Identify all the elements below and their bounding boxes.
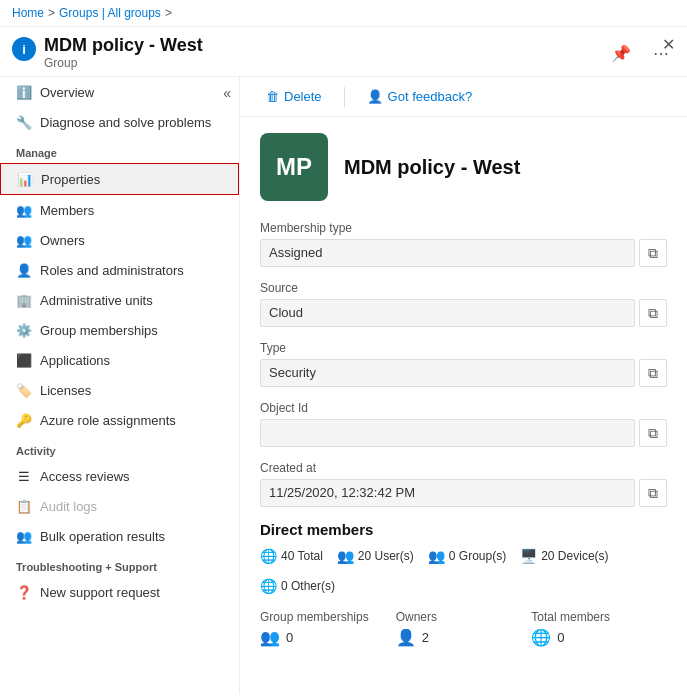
breadcrumb: Home > Groups | All groups > — [0, 0, 687, 27]
sidebar-item-support[interactable]: ❓ New support request — [0, 577, 239, 607]
stat-devices: 🖥️ 20 Device(s) — [520, 548, 608, 564]
content-body: MP MDM policy - West Membership type Ass… — [240, 117, 687, 663]
object-id-copy-button[interactable]: ⧉ — [639, 419, 667, 447]
stat-groups-label: 0 Group(s) — [449, 549, 506, 563]
object-id-field: Object Id ⧉ — [260, 401, 667, 447]
sidebar-item-admin-units[interactable]: 🏢 Administrative units — [0, 285, 239, 315]
access-reviews-icon: ☰ — [16, 468, 32, 484]
content-toolbar: 🗑 Delete 👤 Got feedback? — [240, 77, 687, 117]
sidebar-item-applications[interactable]: ⬛ Applications — [0, 345, 239, 375]
sidebar-collapse-button[interactable]: « — [223, 85, 231, 101]
sidebar-item-licenses[interactable]: 🏷️ Licenses — [0, 375, 239, 405]
source-value: Cloud — [260, 299, 635, 327]
object-id-value — [260, 419, 635, 447]
stat-others-label: 0 Other(s) — [281, 579, 335, 593]
users-icon: 👥 — [337, 548, 354, 564]
sidebar-item-owners[interactable]: 👥 Owners — [0, 225, 239, 255]
feedback-label: Got feedback? — [388, 89, 473, 104]
sidebar-item-access-reviews[interactable]: ☰ Access reviews — [0, 461, 239, 491]
breadcrumb-home[interactable]: Home — [12, 6, 44, 20]
sidebar-item-bulk-results[interactable]: 👥 Bulk operation results — [0, 521, 239, 551]
object-id-row: ⧉ — [260, 419, 667, 447]
direct-members-section: Direct members 🌐 40 Total 👥 20 User(s) 👥… — [260, 521, 667, 647]
source-label: Source — [260, 281, 667, 295]
membership-type-label: Membership type — [260, 221, 667, 235]
owners-stat-value: 👤 2 — [396, 628, 532, 647]
manage-section-label: Manage — [0, 137, 239, 163]
stat-others: 🌐 0 Other(s) — [260, 578, 335, 594]
sidebar-item-group-memberships[interactable]: ⚙️ Group memberships — [0, 315, 239, 345]
group-memberships-stat-icon: 👥 — [260, 628, 280, 647]
delete-icon: 🗑 — [266, 89, 279, 104]
sidebar-item-diagnose[interactable]: 🔧 Diagnose and solve problems — [0, 107, 239, 137]
owners-icon: 👥 — [16, 232, 32, 248]
page-title: MDM policy - West — [44, 35, 597, 56]
stat-users: 👥 20 User(s) — [337, 548, 414, 564]
direct-members-title: Direct members — [260, 521, 667, 538]
feedback-icon: 👤 — [367, 89, 383, 104]
others-icon: 🌐 — [260, 578, 277, 594]
owners-count: 2 — [422, 630, 429, 645]
content-area: 🗑 Delete 👤 Got feedback? MP MDM policy -… — [240, 77, 687, 694]
avatar-initials: MP — [276, 153, 312, 181]
sidebar-item-applications-label: Applications — [40, 353, 110, 368]
object-id-label: Object Id — [260, 401, 667, 415]
breadcrumb-sep1: > — [48, 6, 55, 20]
sidebar-item-overview[interactable]: ℹ️ Overview — [0, 77, 239, 107]
sidebar-item-properties-label: Properties — [41, 172, 100, 187]
main-layout: « ℹ️ Overview 🔧 Diagnose and solve probl… — [0, 77, 687, 694]
type-value: Security — [260, 359, 635, 387]
page-subtitle: Group — [44, 56, 597, 70]
membership-type-value: Assigned — [260, 239, 635, 267]
close-button[interactable]: ✕ — [662, 35, 675, 54]
total-icon: 🌐 — [260, 548, 277, 564]
header-title-group: MDM policy - West Group — [44, 35, 597, 70]
troubleshooting-section-label: Troubleshooting + Support — [0, 551, 239, 577]
entity-name: MDM policy - West — [344, 156, 520, 179]
sidebar-item-group-memberships-label: Group memberships — [40, 323, 158, 338]
applications-icon: ⬛ — [16, 352, 32, 368]
group-memberships-stat-value: 👥 0 — [260, 628, 396, 647]
entity-avatar: MP — [260, 133, 328, 201]
sidebar-item-admin-units-label: Administrative units — [40, 293, 153, 308]
type-copy-button[interactable]: ⧉ — [639, 359, 667, 387]
support-icon: ❓ — [16, 584, 32, 600]
sidebar-item-members[interactable]: 👥 Members — [0, 195, 239, 225]
sidebar-item-azure-roles-label: Azure role assignments — [40, 413, 176, 428]
sidebar-item-roles[interactable]: 👤 Roles and administrators — [0, 255, 239, 285]
created-at-value: 11/25/2020, 12:32:42 PM — [260, 479, 635, 507]
entity-header: MP MDM policy - West — [260, 133, 667, 201]
total-members-count: 0 — [557, 630, 564, 645]
delete-button[interactable]: 🗑 Delete — [260, 85, 328, 108]
groups-icon: 👥 — [428, 548, 445, 564]
created-at-label: Created at — [260, 461, 667, 475]
stat-total-label: 40 Total — [281, 549, 323, 563]
created-at-copy-button[interactable]: ⧉ — [639, 479, 667, 507]
members-stats: 🌐 40 Total 👥 20 User(s) 👥 0 Group(s) 🖥️ … — [260, 548, 667, 594]
overview-icon: ℹ️ — [16, 84, 32, 100]
source-copy-button[interactable]: ⧉ — [639, 299, 667, 327]
sidebar-item-bulk-results-label: Bulk operation results — [40, 529, 165, 544]
membership-type-row: Assigned ⧉ — [260, 239, 667, 267]
sidebar-item-licenses-label: Licenses — [40, 383, 91, 398]
pin-button[interactable]: 📌 — [607, 39, 635, 67]
breadcrumb-sep2: > — [165, 6, 172, 20]
members-icon: 👥 — [16, 202, 32, 218]
sidebar-item-access-reviews-label: Access reviews — [40, 469, 130, 484]
breadcrumb-groups[interactable]: Groups | All groups — [59, 6, 161, 20]
activity-section-label: Activity — [0, 435, 239, 461]
feedback-button[interactable]: 👤 Got feedback? — [361, 85, 479, 108]
bulk-results-icon: 👥 — [16, 528, 32, 544]
created-at-field: Created at 11/25/2020, 12:32:42 PM ⧉ — [260, 461, 667, 507]
total-members-stat-icon: 🌐 — [531, 628, 551, 647]
page-header: i MDM policy - West Group 📌 ⋯ ✕ — [0, 27, 687, 77]
sidebar-item-audit-logs[interactable]: 📋 Audit logs — [0, 491, 239, 521]
sidebar-item-azure-roles[interactable]: 🔑 Azure role assignments — [0, 405, 239, 435]
devices-icon: 🖥️ — [520, 548, 537, 564]
sidebar-item-audit-logs-label: Audit logs — [40, 499, 97, 514]
roles-icon: 👤 — [16, 262, 32, 278]
owners-stat-icon: 👤 — [396, 628, 416, 647]
sidebar-item-properties[interactable]: 📊 Properties — [0, 163, 239, 195]
group-memberships-count: 0 — [286, 630, 293, 645]
membership-type-copy-button[interactable]: ⧉ — [639, 239, 667, 267]
